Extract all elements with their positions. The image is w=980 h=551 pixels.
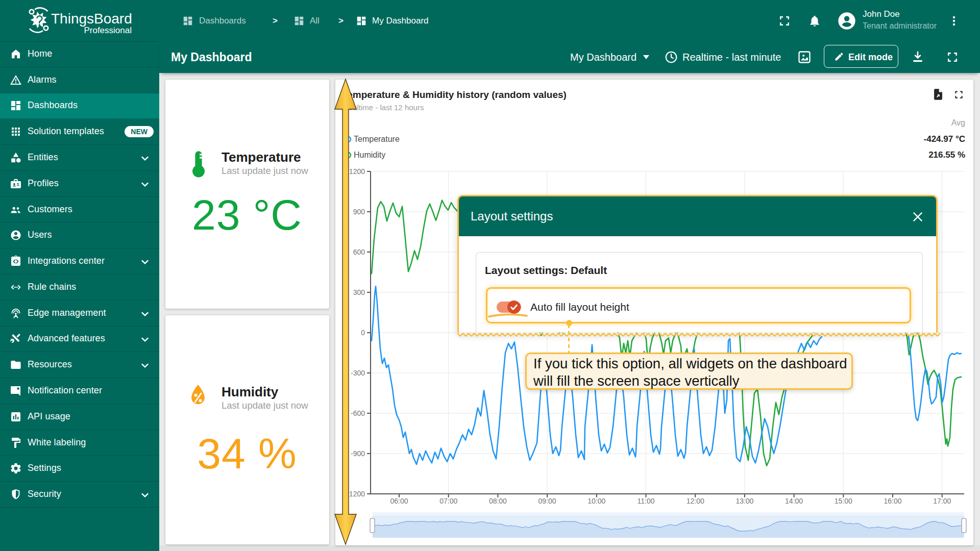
svg-text:16:00: 16:00 xyxy=(884,497,901,505)
svg-text:07:00: 07:00 xyxy=(439,497,457,505)
svg-text:06:00: 06:00 xyxy=(390,497,408,505)
svg-text:12:00: 12:00 xyxy=(687,497,704,505)
svg-text:14:00: 14:00 xyxy=(785,497,803,505)
svg-text:11:00: 11:00 xyxy=(638,497,655,505)
svg-text:0: 0 xyxy=(361,329,365,337)
svg-text:10:00: 10:00 xyxy=(587,497,605,505)
svg-text:08:00: 08:00 xyxy=(489,497,507,505)
svg-text:15:00: 15:00 xyxy=(835,497,852,505)
svg-text:09:00: 09:00 xyxy=(538,497,556,505)
svg-text:13:00: 13:00 xyxy=(736,497,753,505)
svg-text:17:00: 17:00 xyxy=(933,497,951,505)
